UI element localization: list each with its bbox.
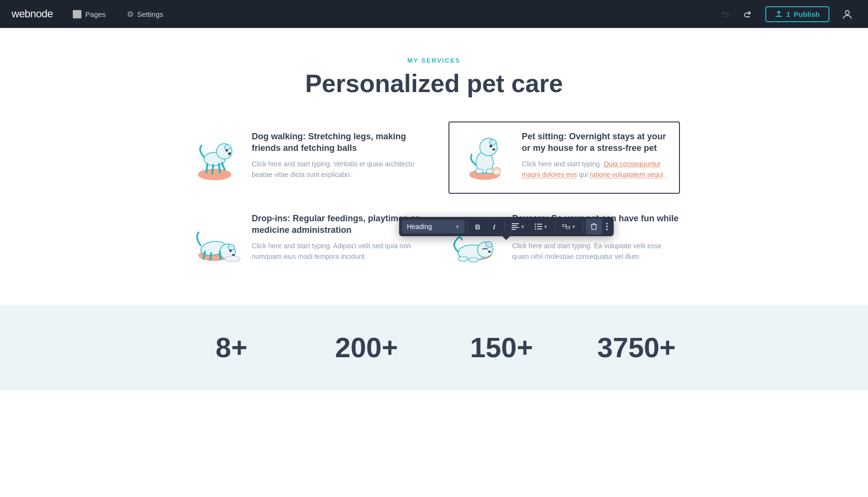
list-icon <box>535 223 542 230</box>
svg-point-0 <box>845 11 849 14</box>
stat-item-1: 8+ <box>164 334 299 362</box>
svg-point-14 <box>198 169 231 180</box>
link-icon <box>562 224 570 229</box>
italic-button[interactable]: I <box>487 219 502 234</box>
link-chevron-icon: ▼ <box>571 224 576 229</box>
service-dog-walking-text: Dog walking: Stretching legs, making fri… <box>252 131 420 180</box>
pages-icon: ⬜ <box>72 10 82 19</box>
section-header: MY SERVICES Personalized pet care <box>0 28 868 112</box>
user-account-button[interactable] <box>838 5 856 23</box>
text-format-toolbar: Heading ▼ B I ▼ <box>399 217 614 236</box>
pages-label: Pages <box>85 10 106 18</box>
publish-button[interactable]: 1 Publish <box>765 6 829 22</box>
link-button[interactable]: ▼ <box>557 219 580 234</box>
svg-point-39 <box>225 256 240 262</box>
more-vertical-icon <box>606 223 608 230</box>
stat-item-2: 200+ <box>299 334 434 362</box>
svg-point-18 <box>226 149 228 152</box>
toolbar-divider-3 <box>555 221 555 232</box>
stat-value-2: 200+ <box>299 334 434 362</box>
section-label: MY SERVICES <box>0 57 868 64</box>
svg-rect-4 <box>512 229 516 230</box>
svg-point-9 <box>535 228 536 230</box>
chevron-down-icon: ▼ <box>455 224 460 229</box>
svg-point-49 <box>469 257 478 262</box>
more-options-button[interactable] <box>603 219 610 234</box>
settings-icon: ⚙ <box>127 10 134 19</box>
services-grid: Dog walking: Stretching legs, making fri… <box>188 121 680 276</box>
delete-block-button[interactable] <box>585 219 602 234</box>
toolbar-divider-4 <box>583 221 583 232</box>
svg-rect-2 <box>512 225 517 226</box>
svg-rect-3 <box>512 227 519 228</box>
svg-rect-10 <box>537 228 542 229</box>
svg-point-7 <box>535 226 536 228</box>
publish-badge: 1 <box>786 10 790 18</box>
svg-rect-1 <box>512 223 519 224</box>
align-chevron-icon: ▼ <box>520 224 525 229</box>
svg-point-5 <box>535 224 536 225</box>
svg-rect-6 <box>537 224 542 225</box>
service-drop-ins-text: Drop-ins: Regular feedings, playtimes or… <box>252 213 420 262</box>
section-title[interactable]: Personalized pet care <box>0 70 868 97</box>
drop-ins-icon <box>188 213 241 266</box>
stats-section: 8+ 200+ 150+ 3750+ <box>0 305 868 390</box>
svg-point-11 <box>606 223 608 225</box>
svg-point-28 <box>489 145 492 148</box>
service-pet-sitting-desc[interactable]: Click here and start typing. Quia conseq… <box>522 159 670 180</box>
services-section: Heading ▼ B I ▼ <box>169 112 699 305</box>
service-drop-ins-desc[interactable]: Click here and start typing. Adipisci ve… <box>252 241 420 262</box>
svg-line-23 <box>222 163 225 170</box>
service-pet-sitting-text: Pet sitting: Overnight stays at your or … <box>522 131 670 180</box>
redo-button[interactable] <box>738 5 757 23</box>
svg-line-22 <box>219 164 220 173</box>
svg-point-19 <box>228 152 231 154</box>
service-drop-ins-title[interactable]: Drop-ins: Regular feedings, playtimes or… <box>252 213 420 236</box>
undo-button[interactable] <box>716 5 734 23</box>
bold-button[interactable]: B <box>470 219 486 234</box>
service-item-daycare[interactable]: Daycare: So your pet can have fun while … <box>448 203 680 276</box>
service-dog-walking-title[interactable]: Dog walking: Stretching legs, making fri… <box>252 131 420 154</box>
service-daycare-desc[interactable]: Click here and start typing. Ea voluptat… <box>512 241 680 262</box>
list-button[interactable]: ▼ <box>530 219 553 234</box>
svg-line-21 <box>212 165 213 174</box>
heading-style-select[interactable]: Heading ▼ <box>402 220 465 233</box>
pet-sitting-desc-suffix: . <box>665 171 667 178</box>
svg-line-20 <box>206 164 207 173</box>
svg-point-47 <box>488 251 491 253</box>
svg-rect-8 <box>537 226 542 227</box>
pet-sitting-desc-prefix: Click here and start typing. <box>522 160 604 168</box>
pet-sitting-icon <box>458 131 511 184</box>
stat-value-1: 8+ <box>164 334 299 362</box>
text-align-button[interactable]: ▼ <box>507 219 529 234</box>
svg-point-48 <box>458 256 468 261</box>
svg-line-42 <box>220 252 220 259</box>
main-content: MY SERVICES Personalized pet care Headin… <box>0 28 868 390</box>
publish-label: Publish <box>794 10 820 18</box>
service-item-dog-walking[interactable]: Dog walking: Stretching legs, making fri… <box>188 121 420 194</box>
dog-walking-icon <box>188 131 241 184</box>
svg-point-37 <box>230 250 232 252</box>
svg-line-41 <box>210 253 211 260</box>
service-item-pet-sitting[interactable]: Pet sitting: Overnight stays at your or … <box>448 121 680 194</box>
service-dog-walking-desc[interactable]: Click here and start typing. Veritatis e… <box>252 159 420 180</box>
stat-item-4: 3750+ <box>569 334 704 362</box>
stat-value-3: 150+ <box>434 334 569 362</box>
toolbar-divider-2 <box>504 221 505 232</box>
svg-point-13 <box>606 228 608 230</box>
list-chevron-icon: ▼ <box>543 224 548 229</box>
service-item-drop-ins[interactable]: Drop-ins: Regular feedings, playtimes or… <box>188 203 420 276</box>
settings-label: Settings <box>137 10 163 18</box>
pages-nav-item[interactable]: ⬜ Pages <box>68 7 110 22</box>
pet-sitting-desc-mid: qui <box>579 171 590 178</box>
stat-value-4: 3750+ <box>569 334 704 362</box>
settings-nav-item[interactable]: ⚙ Settings <box>123 7 167 22</box>
service-pet-sitting-title[interactable]: Pet sitting: Overnight stays at your or … <box>522 131 670 154</box>
toolbar-divider-1 <box>467 221 468 232</box>
trash-icon <box>590 223 597 230</box>
heading-style-label: Heading <box>407 223 432 230</box>
pet-sitting-link-2[interactable]: ratione voluptatem sequi <box>590 171 664 178</box>
navbar: webnode ⬜ Pages ⚙ Settings 1 Pub <box>0 0 868 28</box>
svg-point-29 <box>492 148 495 150</box>
align-icon <box>512 223 519 230</box>
